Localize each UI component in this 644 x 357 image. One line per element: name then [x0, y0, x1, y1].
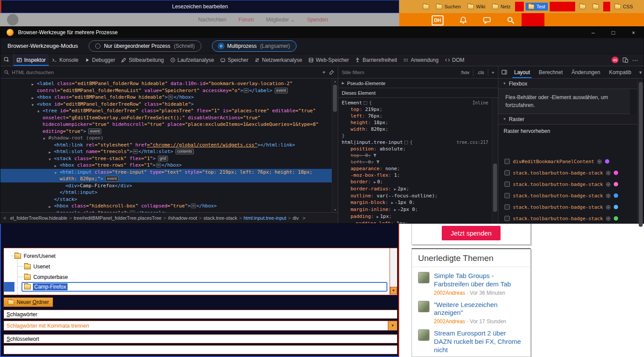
scroll-down-icon[interactable]: ▼: [332, 207, 338, 212]
keyword-input[interactable]: [4, 345, 397, 354]
tab-netz[interactable]: Netzwerkanalyse: [251, 54, 305, 66]
badge-event[interactable]: event: [88, 129, 101, 134]
markup-line[interactable]: ▶<html:slot name="treecols">⋯</html:slot…: [0, 148, 332, 155]
bookmark-item-suchen[interactable]: Suchen: [433, 3, 463, 11]
css-property[interactable]: left: 76px;: [342, 113, 492, 119]
layout-scrollbar[interactable]: [637, 79, 644, 223]
mode-option-multiprocess[interactable]: Multiprozess (Langsamer): [212, 40, 297, 52]
meatball-menu-icon[interactable]: ⋯: [632, 57, 638, 64]
css-property[interactable]: height: 18px;: [342, 119, 492, 126]
css-property[interactable]: top: 0;: [342, 152, 492, 159]
grid-color-swatch[interactable]: [605, 159, 609, 164]
css-property[interactable]: border: ▶0;: [342, 178, 492, 186]
badge-grid[interactable]: grid: [158, 156, 168, 161]
rule-source-link[interactable]: tree.css:217: [457, 139, 492, 146]
tree-rename-input[interactable]: Camp-Firefox: [21, 282, 387, 292]
tab-dom[interactable]: DOM: [442, 54, 468, 66]
highlighter-target-icon[interactable]: [364, 101, 367, 105]
collapsed-ellipsis-icon[interactable]: ⋯: [243, 88, 248, 93]
markup-line[interactable]: ▼<stack class="tree-stack" flex="1">grid: [0, 155, 332, 162]
nav-item-nachrichten[interactable]: Nachrichten: [198, 17, 226, 23]
folder-tree[interactable]: Foren/UsenetUsenetComputerbaseCamp-Firef…: [4, 248, 397, 295]
dialog-titlebar[interactable]: Lesezeichen bearbeiten: [0, 0, 399, 13]
scroll-thumb[interactable]: [639, 82, 643, 227]
pseudo-elements-header[interactable]: ▶ Pseudo-Elemente: [338, 79, 498, 88]
markup-line[interactable]: ▼<vbox id="editBMPanel_folderTreeRow" cl…: [0, 101, 332, 108]
markup-line[interactable]: </html:input>: [0, 189, 332, 196]
gear-icon[interactable]: [606, 205, 611, 210]
responsive-mode-icon[interactable]: [623, 57, 628, 63]
breadcrumb-back-icon[interactable]: <: [1, 215, 8, 221]
badge-contents[interactable]: contents: [175, 149, 194, 154]
gear-icon[interactable]: [606, 171, 611, 175]
tree-item-computerbase[interactable]: Computerbase: [24, 272, 68, 282]
markup-line[interactable]: ▼#shadow-root (open): [0, 135, 332, 142]
error-count-badge[interactable]: 46: [612, 57, 619, 63]
css-property[interactable]: appearance: none;: [342, 165, 492, 172]
bookmark-item-netz[interactable]: Netz: [490, 3, 513, 11]
tab-anwendung[interactable]: Anwendung: [400, 54, 441, 66]
topic-author-link[interactable]: 2002Andreas: [434, 290, 465, 296]
new-folder-button[interactable]: Neuer Ordner: [4, 297, 53, 307]
devtools-titlebar[interactable]: Browser-Werkzeuge für mehrere Prozesse –…: [0, 27, 644, 38]
topic-item[interactable]: Simple Tab Groups - Farbstreifen über de…: [412, 267, 530, 296]
breadcrumb-item[interactable]: tree#editBMPanel_folderTree.placesTree: [72, 214, 163, 222]
close-button[interactable]: ×: [623, 27, 644, 38]
expand-icon[interactable]: ▶: [391, 201, 394, 205]
bookmark-red-item[interactable]: [550, 2, 575, 11]
css-property[interactable]: position: absolute;: [342, 146, 492, 152]
css-property[interactable]: border-radius: ▶2px;: [342, 186, 492, 193]
collapsed-ellipsis-icon[interactable]: ⋯: [156, 163, 161, 168]
grid-overlay-checkbox[interactable]: [504, 216, 510, 221]
topic-author-link[interactable]: 2002Andreas: [434, 318, 465, 325]
breadcrumb-forward-icon[interactable]: >: [301, 215, 308, 221]
add-rule-button[interactable]: +: [492, 70, 494, 75]
rule-source-link[interactable]: Inline: [472, 100, 492, 106]
scroll-down-button[interactable]: ▼: [390, 287, 397, 294]
breadcrumb-item[interactable]: div: [291, 214, 301, 222]
tree-item-usenet[interactable]: Usenet: [24, 261, 50, 272]
minimize-button[interactable]: –: [583, 27, 603, 38]
bookmark-item[interactable]: [420, 3, 432, 11]
css-property[interactable]: margin-inline: ▶-2px 0;: [342, 206, 492, 213]
expand-icon[interactable]: ▶: [374, 180, 376, 184]
eyedropper-icon[interactable]: [329, 70, 334, 75]
grid-color-swatch[interactable]: [614, 182, 618, 186]
expand-icon[interactable]: ▶: [394, 208, 396, 212]
sidebar-tab-layout[interactable]: Layout: [510, 66, 534, 78]
badge-event[interactable]: event: [105, 176, 118, 182]
grid-color-swatch[interactable]: [614, 193, 618, 198]
search-icon[interactable]: [507, 16, 515, 24]
markup-line[interactable]: ▶<label class="editBMPanel_folderRow hid…: [0, 80, 332, 94]
grid-overlay-checkbox[interactable]: [504, 193, 510, 198]
gear-icon[interactable]: [597, 159, 602, 164]
tab-debugger[interactable]: Debugger: [82, 54, 118, 66]
markup-line[interactable]: <html:link rel="stylesheet" href="chrome…: [0, 142, 332, 149]
grid-overlay-checkbox[interactable]: [504, 159, 510, 164]
css-property[interactable]: top: 219px;: [342, 106, 492, 113]
markup-line[interactable]: ▶<hbox class="tree-rows" flex="1">⋯</hbo…: [0, 162, 332, 169]
collapsed-ellipsis-icon[interactable]: ⋯: [133, 149, 138, 154]
tab-webspeicher[interactable]: Web-Speicher: [305, 54, 352, 66]
bookmark-item[interactable]: [590, 3, 601, 11]
forum-logo[interactable]: DH: [432, 15, 444, 25]
tabs-overflow-icon[interactable]: ▾: [639, 69, 644, 75]
rules-scrollbar[interactable]: [492, 98, 498, 223]
grid-section-header[interactable]: ▼ Raster: [498, 114, 644, 125]
gear-icon[interactable]: [606, 182, 611, 187]
twisty-icon[interactable]: ▶: [32, 81, 34, 88]
bookmark-item[interactable]: [577, 3, 588, 11]
nav-item-mitglieder[interactable]: Mitglieder ⌄: [266, 17, 295, 23]
tab-inspektor[interactable]: Inspektor: [14, 54, 49, 66]
markup-line[interactable]: ▶<hbox class="editBMPanel_folderRow hide…: [0, 94, 332, 101]
tree-item-foren-usenet[interactable]: Foren/Usenet: [14, 251, 56, 261]
topic-title-link[interactable]: Simple Tab Groups - Farbstreifen über de…: [434, 272, 524, 289]
grid-color-swatch[interactable]: [614, 216, 618, 221]
markup-scrollbar[interactable]: ▲ ▼: [332, 79, 338, 212]
tab-barriere[interactable]: Barrierefreiheit: [352, 54, 400, 66]
maximize-button[interactable]: □: [603, 27, 623, 38]
highlighter-target-icon[interactable]: [404, 141, 408, 144]
topic-item[interactable]: Stream Eurosport 2 über DAZN ruckelt bei…: [412, 325, 530, 354]
grid-color-swatch[interactable]: [614, 205, 618, 209]
scroll-thumb[interactable]: [333, 85, 337, 112]
